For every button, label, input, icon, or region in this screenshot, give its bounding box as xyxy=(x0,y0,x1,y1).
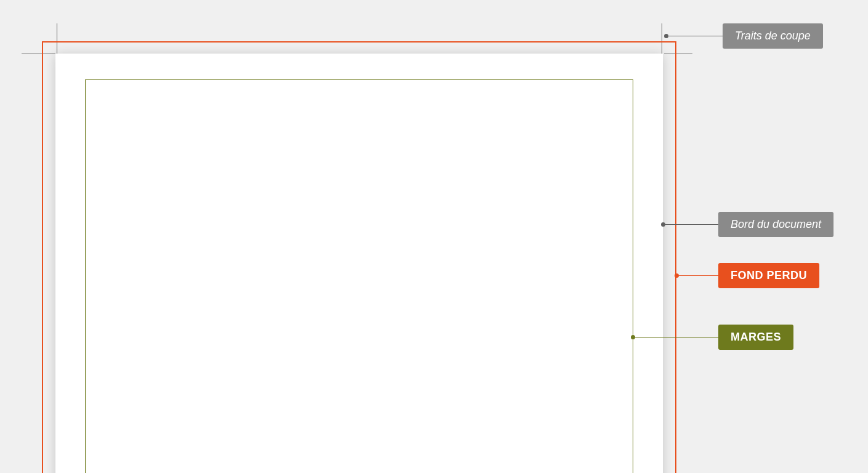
callout-dot xyxy=(631,335,635,339)
margin-frame xyxy=(85,79,633,473)
callout-dot xyxy=(664,34,668,38)
callout-line xyxy=(668,36,723,36)
print-layout-diagram: Traits de coupe Bord du document FOND PE… xyxy=(0,0,868,473)
label-document-edge: Bord du document xyxy=(718,212,834,237)
callout-dot xyxy=(675,273,679,278)
label-margins: MARGES xyxy=(718,325,793,350)
callout-line xyxy=(635,337,718,338)
callout-dot xyxy=(661,222,665,227)
label-bleed: FOND PERDU xyxy=(718,263,819,288)
label-crop-marks: Traits de coupe xyxy=(723,23,823,49)
callout-line xyxy=(679,275,718,276)
callout-line xyxy=(665,224,718,225)
